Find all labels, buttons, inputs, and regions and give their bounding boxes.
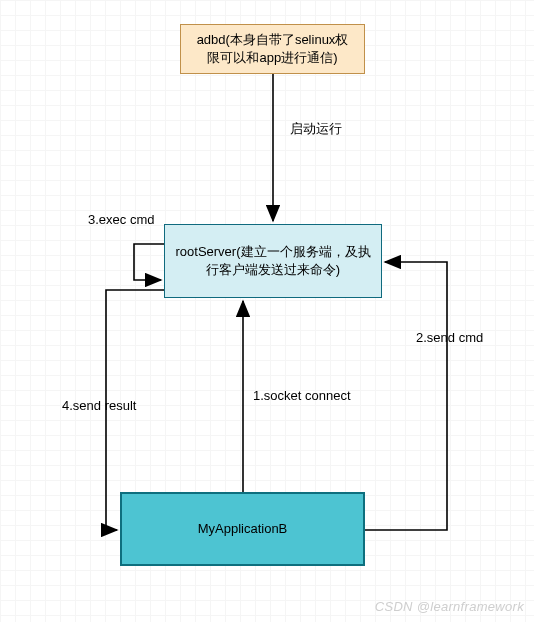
node-adbd-label: adbd(本身自带了selinux权限可以和app进行通信) xyxy=(191,31,354,67)
edge-label-exec-cmd: 3.exec cmd xyxy=(88,212,154,227)
edge-label-send-cmd: 2.send cmd xyxy=(416,330,483,345)
node-adbd: adbd(本身自带了selinux权限可以和app进行通信) xyxy=(180,24,365,74)
edge-label-socket-connect: 1.socket connect xyxy=(253,388,351,403)
edge-label-start: 启动运行 xyxy=(290,120,342,138)
node-root-server-label: rootServer(建立一个服务端，及执行客户端发送过来命令) xyxy=(175,243,371,279)
watermark: CSDN @learnframework xyxy=(375,599,524,614)
node-my-application-label: MyApplicationB xyxy=(198,520,288,538)
edge-label-send-result: 4.send result xyxy=(62,398,136,413)
node-root-server: rootServer(建立一个服务端，及执行客户端发送过来命令) xyxy=(164,224,382,298)
node-my-application: MyApplicationB xyxy=(120,492,365,566)
